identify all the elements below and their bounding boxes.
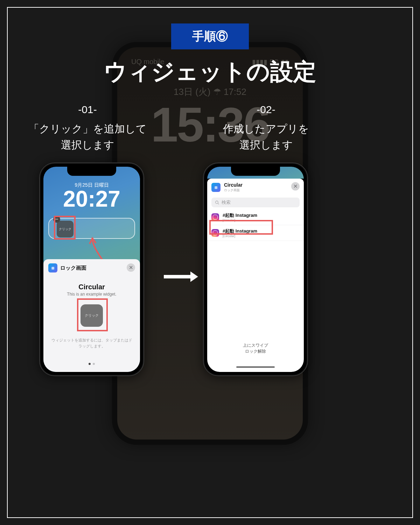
- widget-remove-button[interactable]: −: [53, 216, 60, 223]
- caption-left: -01- 「クリック」を追加して 選択します: [24, 102, 150, 153]
- caption-right: -02- 作成したアプリを 選択します: [203, 102, 329, 153]
- instagram-icon: [211, 213, 219, 221]
- app-icon: ⊞: [211, 183, 220, 192]
- widget-name: Circular: [43, 283, 140, 291]
- sheet-subtitle: ロック画面: [224, 188, 243, 193]
- instagram-icon: [211, 229, 219, 237]
- sheet-header-title: ロック画面: [60, 265, 86, 271]
- search-icon: [215, 200, 219, 205]
- arrow-icon: [164, 275, 192, 278]
- sheet-title: Circular: [224, 182, 243, 188]
- shortcut-row[interactable]: #起動 Instagram [Circular]: [207, 225, 304, 241]
- add-widget-hint: ウィジェットを追加するには、タップまたはドラッグします。: [43, 337, 140, 349]
- swipe-hint: 上にスワイプ ロック解除: [207, 343, 304, 354]
- notch: [67, 167, 116, 176]
- phone-right: ⊞ Circular ロック画面 ✕ 検索 #起動 Instagram [Cir…: [203, 163, 308, 376]
- app-icon: ⊞: [48, 263, 57, 272]
- close-button[interactable]: ✕: [291, 182, 300, 191]
- lockscreen-time: 20:27: [43, 186, 140, 212]
- home-indicator: [236, 366, 275, 368]
- widget-slot[interactable]: クリック −: [48, 218, 135, 239]
- step-badge: 手順⑥: [171, 23, 249, 49]
- page-title: ウィジェットの設定: [0, 56, 420, 88]
- phone-left: 9月25日 日曜日 20:27 クリック − ⊞ ロック画面 ✕ Circula…: [39, 163, 144, 376]
- page-dots: [89, 363, 95, 365]
- shortcut-row[interactable]: #起動 Instagram [Circular]: [207, 209, 304, 225]
- widget-preview[interactable]: クリック: [80, 304, 103, 327]
- caption-right-no: -02-: [203, 102, 329, 118]
- widget-click[interactable]: クリック: [57, 221, 74, 237]
- widget-subtitle: This is an example widget.: [43, 292, 140, 297]
- widget-picker-sheet: ⊞ ロック画面 ✕ Circular This is an example wi…: [43, 259, 140, 372]
- svg-point-0: [216, 201, 218, 203]
- caption-left-no: -01-: [24, 102, 150, 118]
- close-button[interactable]: ✕: [127, 263, 135, 272]
- notch: [231, 167, 280, 176]
- shortcut-list-sheet: ⊞ Circular ロック画面 ✕ 検索 #起動 Instagram [Cir…: [207, 179, 304, 372]
- search-input[interactable]: 検索: [211, 198, 300, 207]
